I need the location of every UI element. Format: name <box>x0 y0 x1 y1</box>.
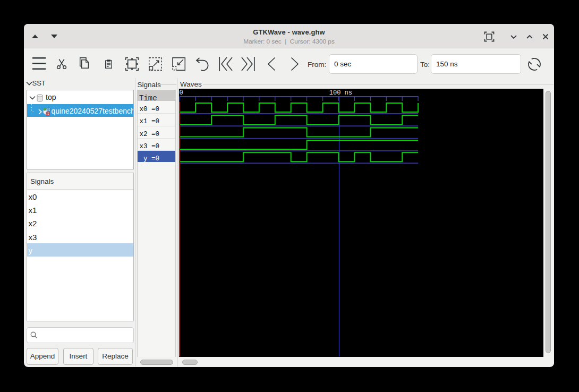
svg-text:100 ns: 100 ns <box>329 90 352 97</box>
svg-text:0: 0 <box>180 90 183 97</box>
